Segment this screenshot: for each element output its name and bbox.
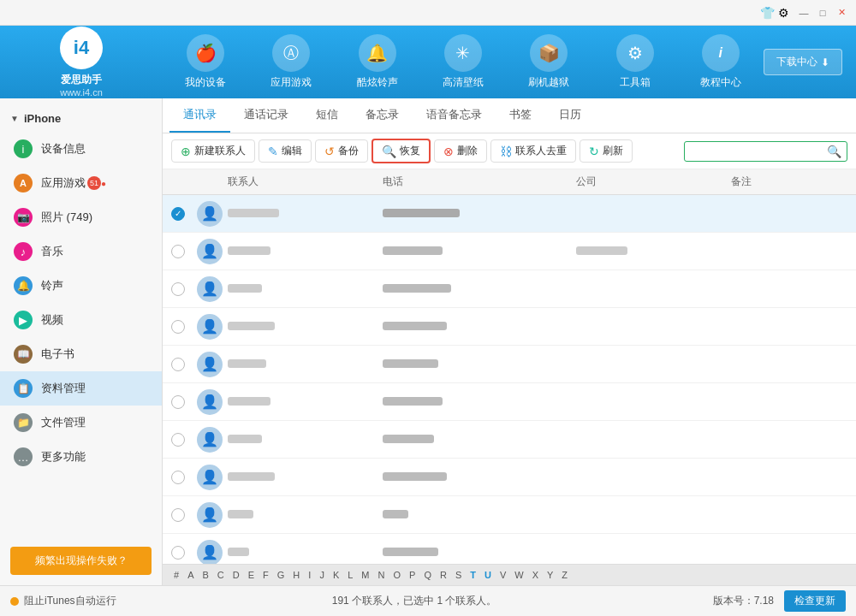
alpha-item[interactable]: H xyxy=(288,568,304,582)
minimize-button[interactable]: — xyxy=(796,5,811,21)
alpha-item[interactable]: M xyxy=(357,568,373,582)
delete-icon: ⊗ xyxy=(443,145,454,158)
close-button[interactable]: ✕ xyxy=(834,5,849,21)
table-row[interactable]: 👤 xyxy=(163,534,856,564)
nav-ringtones[interactable]: 🔔 酷炫铃声 xyxy=(348,34,407,90)
table-row[interactable]: 👤 xyxy=(163,421,856,459)
nav-wallpaper[interactable]: ✳ 高清壁纸 xyxy=(433,34,493,90)
table-row[interactable]: 👤 xyxy=(163,459,856,496)
alpha-item[interactable]: P xyxy=(405,568,419,582)
checkbox[interactable] xyxy=(171,433,185,447)
table-row[interactable]: ✓ 👤 xyxy=(163,195,856,233)
checkbox[interactable] xyxy=(171,320,185,334)
sidebar-label-file-mgmt: 文件管理 xyxy=(41,415,86,430)
alpha-item[interactable]: J xyxy=(315,568,329,582)
alpha-item[interactable]: D xyxy=(229,568,244,582)
checkbox[interactable] xyxy=(171,471,185,484)
table-row[interactable]: 👤 xyxy=(163,270,856,308)
nav-jailbreak[interactable]: 📦 刷机越狱 xyxy=(519,34,579,90)
sidebar-item-apps[interactable]: A 应用游戏 51 ● xyxy=(0,166,162,200)
sidebar-item-more[interactable]: … 更多功能 xyxy=(0,440,162,474)
avatar: 👤 xyxy=(197,465,223,490)
delete-button[interactable]: ⊗ 删除 xyxy=(434,139,487,163)
maximize-button[interactable]: □ xyxy=(815,5,830,21)
trouble-button[interactable]: 频繁出现操作失败？ xyxy=(10,547,152,575)
table-row[interactable]: 👤 xyxy=(163,233,856,270)
alpha-item[interactable]: S xyxy=(451,568,466,582)
itunes-status[interactable]: 阻止iTunes自动运行 xyxy=(10,594,116,608)
alpha-item[interactable]: F xyxy=(259,568,273,582)
nav-my-device[interactable]: 🍎 我的设备 xyxy=(175,34,235,90)
alpha-item[interactable]: G xyxy=(273,568,289,582)
sidebar-device[interactable]: ▼ iPhone xyxy=(0,105,162,132)
alpha-item[interactable]: I xyxy=(304,568,315,582)
sidebar-item-device-info[interactable]: i 设备信息 xyxy=(0,132,162,166)
checkbox[interactable]: ✓ xyxy=(171,207,185,221)
refresh-button[interactable]: ↻ 刷新 xyxy=(580,139,633,163)
download-button[interactable]: 下载中心 ⬇ xyxy=(764,49,842,75)
alpha-item[interactable]: Q xyxy=(419,568,436,582)
sidebar-item-file-mgmt[interactable]: 📁 文件管理 xyxy=(0,406,162,440)
alpha-item[interactable]: K xyxy=(329,568,343,582)
checkbox[interactable] xyxy=(171,395,185,409)
merge-button[interactable]: ⛓ 联系人去重 xyxy=(490,139,576,163)
sidebar-item-music[interactable]: ♪ 音乐 xyxy=(0,234,162,269)
table-header: 联系人 电话 公司 备注 xyxy=(163,169,856,195)
tab-sms[interactable]: 短信 xyxy=(302,98,352,133)
new-contact-button[interactable]: ⊕ 新建联系人 xyxy=(171,139,255,163)
checkbox[interactable] xyxy=(171,546,185,560)
edit-button[interactable]: ✎ 编辑 xyxy=(259,139,312,163)
checkbox[interactable] xyxy=(171,508,185,522)
alpha-item[interactable]: E xyxy=(244,568,259,582)
avatar: 👤 xyxy=(197,314,223,340)
checkbox[interactable] xyxy=(171,245,185,258)
alpha-item[interactable]: B xyxy=(198,568,212,582)
search-box[interactable]: 🔍 xyxy=(684,141,847,162)
table-row[interactable]: 👤 xyxy=(163,496,856,534)
nav-apps[interactable]: Ⓐ 应用游戏 xyxy=(261,34,321,90)
table-row[interactable]: 👤 xyxy=(163,308,856,346)
tab-bookmarks[interactable]: 书签 xyxy=(496,98,545,133)
alpha-item[interactable]: L xyxy=(343,568,357,582)
tab-contacts[interactable]: 通讯录 xyxy=(169,98,230,133)
nav-tools[interactable]: ⚙ 工具箱 xyxy=(605,34,665,90)
restore-button[interactable]: 🔍 恢复 xyxy=(372,139,431,163)
info-icon: i xyxy=(702,34,740,72)
search-input[interactable] xyxy=(690,145,827,157)
tab-calendar[interactable]: 日历 xyxy=(545,98,595,133)
checkbox[interactable] xyxy=(171,282,185,296)
new-contact-label: 新建联系人 xyxy=(194,144,246,158)
table-row[interactable]: 👤 xyxy=(163,346,856,383)
alpha-item[interactable]: W xyxy=(510,568,527,582)
status-dot-icon xyxy=(10,597,19,606)
alpha-item[interactable]: T xyxy=(466,568,480,582)
check-update-button[interactable]: 检查更新 xyxy=(784,590,846,612)
backup-button[interactable]: ↺ 备份 xyxy=(315,139,368,163)
alpha-item[interactable]: # xyxy=(169,568,183,582)
alpha-item[interactable]: U xyxy=(480,568,496,582)
tab-voice-notes[interactable]: 语音备忘录 xyxy=(413,98,496,133)
sidebar-item-ringtones[interactable]: 🔔 铃声 xyxy=(0,269,162,303)
alpha-item[interactable]: O xyxy=(389,568,405,582)
sidebar-item-video[interactable]: ▶ 视频 xyxy=(0,303,162,337)
alpha-item[interactable]: N xyxy=(374,568,389,582)
alpha-item[interactable]: X xyxy=(528,568,543,582)
nav-tutorials[interactable]: i 教程中心 xyxy=(691,34,751,90)
alpha-item[interactable]: A xyxy=(183,568,198,582)
refresh-label: 刷新 xyxy=(603,144,623,158)
sidebar-item-data-mgmt[interactable]: 📋 资料管理 xyxy=(0,371,162,406)
alpha-item[interactable]: Y xyxy=(543,568,557,582)
alpha-item[interactable]: Z xyxy=(557,568,572,582)
table-row[interactable]: 👤 xyxy=(163,383,856,421)
sidebar-item-photos[interactable]: 📷 照片 (749) xyxy=(0,200,162,234)
alpha-item[interactable]: V xyxy=(496,568,510,582)
tab-calls[interactable]: 通话记录 xyxy=(230,98,302,133)
sidebar-item-ebooks[interactable]: 📖 电子书 xyxy=(0,337,162,371)
checkbox[interactable] xyxy=(171,358,185,371)
avatar: 👤 xyxy=(197,239,223,264)
shirt-icon: 👕 xyxy=(760,6,775,20)
tab-notes[interactable]: 备忘录 xyxy=(352,98,413,133)
photos-icon: 📷 xyxy=(14,208,33,227)
alpha-item[interactable]: R xyxy=(436,568,451,582)
alpha-item[interactable]: C xyxy=(213,568,229,582)
